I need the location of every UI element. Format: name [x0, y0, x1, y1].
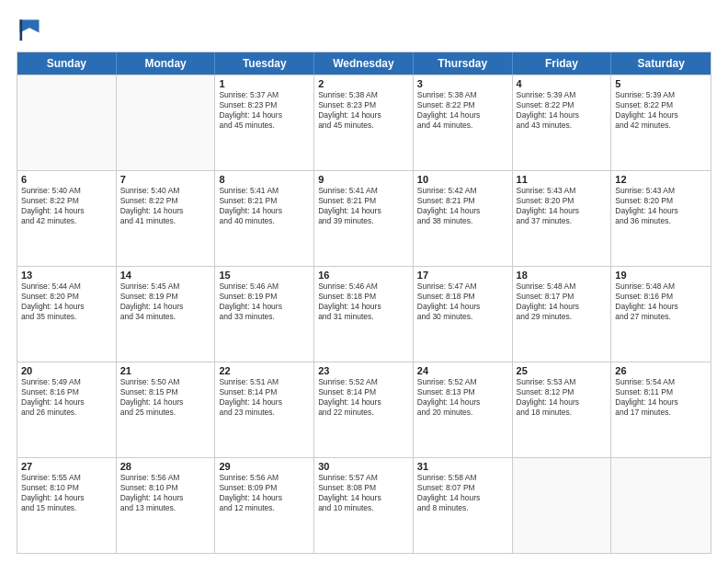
cell-info-line: Sunset: 8:08 PM [318, 483, 409, 493]
empty-cell [513, 458, 612, 553]
cell-info-line: and 22 minutes. [318, 408, 409, 418]
cell-info-line: Sunrise: 5:48 AM [615, 282, 707, 292]
cell-info-line: Daylight: 14 hours [615, 397, 707, 408]
cell-info-line: Daylight: 14 hours [517, 110, 608, 121]
cell-info-line: Daylight: 14 hours [615, 206, 707, 216]
day-cell-25: 25Sunrise: 5:53 AMSunset: 8:12 PMDayligh… [513, 362, 612, 457]
cell-info-line: and 42 minutes. [615, 121, 707, 131]
empty-cell [117, 75, 216, 170]
cell-info-line: and 15 minutes. [21, 503, 112, 513]
day-number: 28 [120, 461, 211, 472]
day-number: 12 [615, 174, 707, 185]
cell-info-line: Daylight: 14 hours [21, 302, 112, 312]
cell-info-line: and 29 minutes. [517, 312, 608, 322]
calendar-header: SundayMondayTuesdayWednesdayThursdayFrid… [17, 52, 711, 75]
cell-info-line: and 18 minutes. [517, 408, 608, 418]
cell-info-line: Sunrise: 5:52 AM [417, 377, 508, 387]
day-cell-29: 29Sunrise: 5:56 AMSunset: 8:09 PMDayligh… [215, 458, 314, 553]
day-number: 1 [219, 78, 310, 89]
cell-info-line: Daylight: 14 hours [417, 302, 508, 312]
cell-info-line: Sunset: 8:15 PM [120, 387, 211, 397]
cell-info-line: Sunrise: 5:45 AM [120, 282, 211, 292]
svg-marker-0 [20, 20, 40, 33]
day-cell-18: 18Sunrise: 5:48 AMSunset: 8:17 PMDayligh… [513, 267, 612, 362]
day-number: 29 [219, 461, 310, 472]
day-cell-3: 3Sunrise: 5:38 AMSunset: 8:22 PMDaylight… [414, 75, 513, 170]
cell-info-line: Sunset: 8:20 PM [517, 196, 608, 206]
cell-info-line: and 41 minutes. [120, 216, 211, 226]
header-day-sunday: Sunday [17, 52, 117, 75]
header-day-monday: Monday [117, 52, 216, 75]
day-number: 24 [417, 365, 508, 376]
cell-info-line: Daylight: 14 hours [417, 206, 508, 216]
day-number: 5 [615, 78, 707, 89]
cell-info-line: Sunrise: 5:48 AM [517, 282, 608, 292]
cell-info-line: and 13 minutes. [120, 503, 211, 513]
cell-info-line: Daylight: 14 hours [517, 302, 608, 312]
cell-info-line: and 30 minutes. [417, 312, 508, 322]
cell-info-line: Sunset: 8:16 PM [21, 387, 112, 397]
day-number: 10 [417, 174, 508, 185]
cell-info-line: and 10 minutes. [318, 503, 409, 513]
day-cell-5: 5Sunrise: 5:39 AMSunset: 8:22 PMDaylight… [611, 75, 711, 170]
cell-info-line: Sunset: 8:07 PM [417, 483, 508, 493]
day-number: 8 [219, 174, 310, 185]
cell-info-line: and 38 minutes. [417, 216, 508, 226]
cell-info-line: Daylight: 14 hours [417, 397, 508, 408]
logo-icon [17, 17, 42, 42]
day-number: 16 [318, 270, 409, 281]
cell-info-line: Sunset: 8:21 PM [318, 196, 409, 206]
cell-info-line: Daylight: 14 hours [318, 110, 409, 121]
day-cell-2: 2Sunrise: 5:38 AMSunset: 8:23 PMDaylight… [314, 75, 414, 170]
day-cell-24: 24Sunrise: 5:52 AMSunset: 8:13 PMDayligh… [414, 362, 513, 457]
day-cell-9: 9Sunrise: 5:41 AMSunset: 8:21 PMDaylight… [314, 171, 414, 266]
cell-info-line: and 42 minutes. [21, 216, 112, 226]
day-number: 30 [318, 461, 409, 472]
day-cell-26: 26Sunrise: 5:54 AMSunset: 8:11 PMDayligh… [611, 362, 711, 457]
day-number: 22 [219, 365, 310, 376]
cell-info-line: Sunset: 8:22 PM [120, 196, 211, 206]
cell-info-line: Sunrise: 5:40 AM [120, 186, 211, 196]
cell-info-line: Daylight: 14 hours [120, 206, 211, 216]
day-cell-27: 27Sunrise: 5:55 AMSunset: 8:10 PMDayligh… [17, 458, 117, 553]
empty-cell [17, 75, 117, 170]
day-cell-21: 21Sunrise: 5:50 AMSunset: 8:15 PMDayligh… [117, 362, 216, 457]
cell-info-line: Daylight: 14 hours [318, 493, 409, 503]
cell-info-line: and 36 minutes. [615, 216, 707, 226]
header-day-saturday: Saturday [611, 52, 711, 75]
cell-info-line: Sunrise: 5:57 AM [318, 473, 409, 483]
cell-info-line: Sunset: 8:22 PM [21, 196, 112, 206]
cell-info-line: Sunset: 8:21 PM [219, 196, 310, 206]
week-row-4: 20Sunrise: 5:49 AMSunset: 8:16 PMDayligh… [17, 362, 711, 457]
cell-info-line: Sunset: 8:19 PM [219, 292, 310, 302]
day-number: 4 [517, 78, 608, 89]
cell-info-line: Sunrise: 5:40 AM [21, 186, 112, 196]
empty-cell [611, 458, 711, 553]
header-day-tuesday: Tuesday [215, 52, 314, 75]
cell-info-line: Sunset: 8:09 PM [219, 483, 310, 493]
cell-info-line: Sunrise: 5:38 AM [318, 90, 409, 100]
cell-info-line: and 39 minutes. [318, 216, 409, 226]
cell-info-line: Sunrise: 5:41 AM [219, 186, 310, 196]
cell-info-line: Sunrise: 5:49 AM [21, 377, 112, 387]
cell-info-line: and 26 minutes. [21, 408, 112, 418]
cell-info-line: Sunrise: 5:55 AM [21, 473, 112, 483]
cell-info-line: Sunset: 8:18 PM [417, 292, 508, 302]
cell-info-line: and 43 minutes. [517, 121, 608, 131]
cell-info-line: Daylight: 14 hours [219, 110, 310, 121]
calendar-body: 1Sunrise: 5:37 AMSunset: 8:23 PMDaylight… [17, 75, 711, 553]
cell-info-line: Sunrise: 5:38 AM [417, 90, 508, 100]
cell-info-line: Sunset: 8:19 PM [120, 292, 211, 302]
week-row-5: 27Sunrise: 5:55 AMSunset: 8:10 PMDayligh… [17, 457, 711, 553]
cell-info-line: Sunset: 8:10 PM [120, 483, 211, 493]
cell-info-line: Daylight: 14 hours [21, 493, 112, 503]
day-cell-14: 14Sunrise: 5:45 AMSunset: 8:19 PMDayligh… [117, 267, 216, 362]
cell-info-line: Sunrise: 5:37 AM [219, 90, 310, 100]
cell-info-line: Sunset: 8:20 PM [615, 196, 707, 206]
cell-info-line: Sunrise: 5:56 AM [219, 473, 310, 483]
svg-rect-1 [20, 20, 23, 41]
cell-info-line: Daylight: 14 hours [21, 397, 112, 408]
day-number: 9 [318, 174, 409, 185]
cell-info-line: Daylight: 14 hours [219, 206, 310, 216]
cell-info-line: Sunset: 8:11 PM [615, 387, 707, 397]
